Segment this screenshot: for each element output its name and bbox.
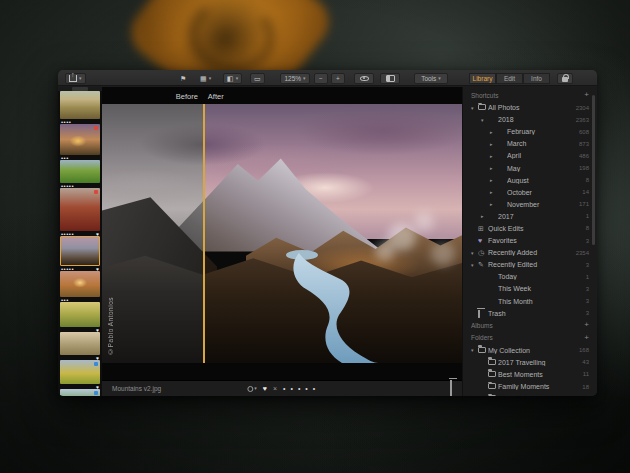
delete-button[interactable] — [450, 380, 452, 397]
library-tree-item[interactable]: ▸ May 198 — [463, 162, 597, 174]
filmstrip-toggle-button[interactable]: ▭ — [250, 73, 265, 84]
filmstrip-thumbnails: •••• ••• ••••• ••••• ♥ ••••• ♥ — [58, 91, 102, 396]
disclosure-caret-icon[interactable]: ▸ — [481, 213, 488, 219]
library-tree-item[interactable]: ▸ March 873 — [463, 138, 597, 150]
disclosure-caret-icon[interactable]: ▸ — [490, 189, 497, 195]
library-tree-item[interactable]: ▸ April 486 — [463, 150, 597, 162]
disclosure-caret-icon[interactable]: ▾ — [471, 105, 478, 111]
disclosure-caret-icon[interactable]: ▸ — [490, 153, 497, 159]
zoom-out-button[interactable]: − — [314, 73, 328, 84]
tools-dropdown[interactable]: Tools ▾ — [414, 73, 448, 84]
library-section-header: Shortcuts + — [463, 89, 597, 102]
library-tree-item[interactable]: Trash 3 — [463, 307, 597, 319]
library-tree-item[interactable]: ♥ Favorites 3 — [463, 235, 597, 247]
add-icon[interactable]: + — [584, 334, 589, 342]
library-tree-item[interactable]: ▾ 2018 2363 — [463, 114, 597, 126]
chevron-down-icon: ▾ — [236, 76, 239, 81]
export-button[interactable]: ▾ — [65, 73, 86, 84]
disclosure-caret-icon[interactable]: ▾ — [471, 347, 478, 353]
filmstrip-thumbnail[interactable]: ••••• ♥ — [60, 188, 100, 236]
filmstrip-thumbnail[interactable]: ♥ — [60, 332, 100, 360]
filmstrip-thumbnail[interactable]: ••••• — [60, 389, 100, 396]
edit-icon: ✎ — [478, 261, 488, 268]
sidebar-scrollbar[interactable] — [592, 95, 595, 245]
thumbnail-rating-dots: ••• — [61, 298, 69, 302]
item-label: Favorites — [488, 237, 583, 244]
library-tree-item[interactable]: 2017 Travelling 43 — [463, 356, 597, 368]
thumbnail-heart-icon: ♥ — [96, 267, 99, 271]
disclosure-caret-icon[interactable]: ▸ — [490, 201, 497, 207]
disclosure-caret-icon[interactable]: ▸ — [490, 141, 497, 147]
library-tree-item[interactable]: ▾ All Photos 2304 — [463, 102, 597, 114]
library-tree-item[interactable]: Family Moments 18 — [463, 380, 597, 392]
item-label: August — [507, 177, 583, 184]
flag-filter-button[interactable]: ⚑ — [176, 73, 190, 84]
thumbnail-image — [60, 236, 100, 266]
filmstrip-panel: •••• ••• ••••• ••••• ♥ ••••• ♥ — [58, 87, 102, 396]
filmstrip-thumbnail[interactable]: ••••• ♥ — [60, 236, 100, 271]
filmstrip-thumbnail[interactable]: ♥ — [60, 360, 100, 389]
view-mode-button[interactable]: ◧ ▾ — [223, 73, 242, 84]
library-tree-item[interactable]: Best Moments 11 — [463, 368, 597, 380]
favorite-button[interactable]: ♥ — [263, 385, 267, 392]
tab-info[interactable]: Info — [523, 73, 550, 84]
filmstrip-thumbnail[interactable]: •••• — [60, 91, 100, 124]
library-tree-item[interactable]: ▸ 2017 1 — [463, 210, 597, 222]
item-label: May — [507, 165, 576, 172]
library-tree-item[interactable]: For Licensing 17 — [463, 393, 597, 396]
filmstrip-thumbnail[interactable]: ••••• — [60, 160, 100, 188]
library-tree-item[interactable]: ▸ October 14 — [463, 186, 597, 198]
library-tree-item[interactable]: ▸ November 171 — [463, 198, 597, 210]
star-rating[interactable]: • • • • • — [283, 385, 317, 392]
toolbar: ▾ ⚑ ▦ ▾ ◧ ▾ ▭ 125% ▾ − — [58, 70, 597, 86]
color-label-button[interactable]: ▾ — [247, 386, 257, 392]
disclosure-caret-icon[interactable]: ▾ — [481, 117, 488, 123]
item-label: November — [507, 201, 576, 208]
disclosure-caret-icon[interactable]: ▾ — [471, 250, 478, 256]
library-tree-item[interactable]: This Month 3 — [463, 295, 597, 307]
library-tree-item[interactable]: ▾ My Collection 168 — [463, 344, 597, 356]
eye-icon — [360, 76, 369, 81]
chevron-down-icon: ▾ — [303, 76, 306, 81]
disclosure-caret-icon[interactable]: ▸ — [490, 165, 497, 171]
library-tree-item[interactable]: ▾ ✎ Recently Edited 3 — [463, 259, 597, 271]
tab-library[interactable]: Library — [469, 73, 496, 84]
add-icon[interactable]: + — [584, 91, 589, 99]
filmstrip-thumbnail[interactable]: ♥ — [60, 302, 100, 332]
compare-button[interactable] — [380, 73, 400, 84]
compare-slider-handle[interactable] — [203, 104, 205, 363]
filmstrip-thumbnail[interactable]: ••• — [60, 124, 100, 160]
item-label: Best Moments — [498, 371, 580, 378]
folder-icon — [488, 383, 498, 390]
disclosure-caret-icon[interactable]: ▾ — [471, 262, 478, 268]
add-icon[interactable]: + — [584, 321, 589, 329]
mode-tabs: Library Edit Info — [469, 73, 550, 84]
item-label: 2017 Travelling — [498, 359, 579, 366]
thumbnail-image — [60, 302, 100, 327]
library-tree-item[interactable]: ▾ ◷ Recently Added 2354 — [463, 247, 597, 259]
library-tree-item[interactable]: ▸ February 608 — [463, 126, 597, 138]
filmstrip-icon: ▭ — [254, 75, 261, 82]
library-tree-item[interactable]: ▸ August 8 — [463, 174, 597, 186]
chevron-down-icon: ▾ — [209, 76, 212, 81]
zoom-level-dropdown[interactable]: 125% ▾ — [280, 73, 310, 84]
library-tree-item[interactable]: ⊞ Quick Edits 8 — [463, 222, 597, 234]
folder-icon — [478, 347, 488, 354]
library-tree-item[interactable]: This Week 3 — [463, 283, 597, 295]
after-label: After — [208, 92, 224, 101]
disclosure-caret-icon[interactable]: ▸ — [490, 177, 497, 183]
library-tree-item[interactable]: Today 1 — [463, 271, 597, 283]
filmstrip-thumbnail[interactable]: ••• — [60, 271, 100, 302]
trash-icon — [478, 310, 488, 317]
main-photo[interactable]: ©Pablo Antonios — [102, 104, 462, 363]
thumbnail-heart-icon: ♥ — [96, 385, 99, 389]
desktop: ▾ ⚑ ▦ ▾ ◧ ▾ ▭ 125% ▾ − — [0, 0, 630, 473]
zoom-in-button[interactable]: + — [331, 73, 345, 84]
reject-button[interactable]: × — [273, 385, 277, 392]
sort-button[interactable]: ▦ ▾ — [196, 73, 215, 84]
export-icon — [69, 75, 77, 82]
tab-edit[interactable]: Edit — [496, 73, 523, 84]
disclosure-caret-icon[interactable]: ▸ — [490, 129, 497, 135]
quick-preview-button[interactable] — [354, 73, 374, 84]
lock-button[interactable] — [557, 73, 573, 84]
